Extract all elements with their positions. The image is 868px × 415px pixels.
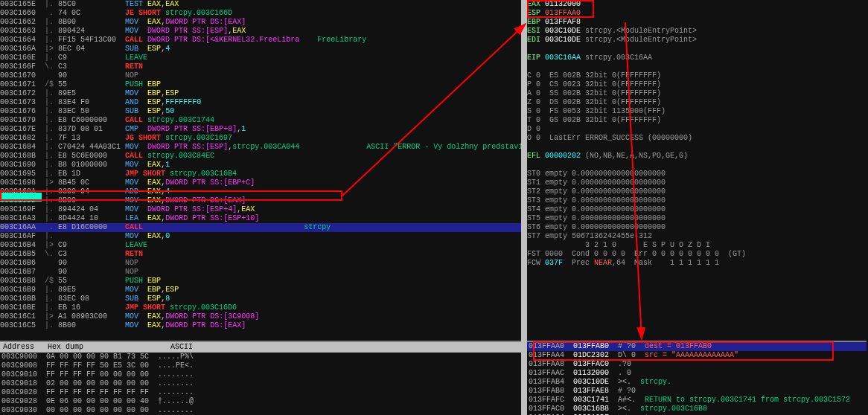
disasm-row[interactable]: 003C165E |. 85C0 TEST EAX,EAX	[0, 0, 521, 9]
dump-row[interactable]: 003C9000 0A 00 00 00 90 B1 73 5C .....P%…	[0, 353, 521, 361]
disasm-row[interactable]: 003C1672 |. 89E5 MOV EBP,ESP	[0, 89, 521, 98]
stack-row[interactable]: 013FFAAC 01132000 . 0	[527, 369, 867, 378]
disasm-row[interactable]: 003C166E |. C9 LEAVE	[0, 54, 521, 62]
disasm-row[interactable]: 003C1673 |. 83E4 F0 AND ESP,FFFFFFF0	[0, 98, 521, 107]
disasm-row[interactable]: 003C16AF |. MOV EAX,0	[0, 232, 521, 241]
flag-row: D 0	[527, 125, 867, 134]
disasm-row[interactable]: 003C16C1 |> A1 08903C00 MOV EAX,DWORD PT…	[0, 312, 521, 321]
disasm-row[interactable]: 003C1684 |. C70424 44A03C1 MOV DWORD PTR…	[0, 143, 521, 152]
disasm-row[interactable]: 003C16A3 |. 8D4424 10 LEA EAX,DWORD PTR …	[0, 214, 521, 223]
disasm-row[interactable]: 003C1662 |. 8B00 MOV EAX,DWORD PTR DS:[E…	[0, 18, 521, 27]
disasm-row[interactable]: 003C1670 90 NOP	[0, 71, 521, 80]
vertical-divider[interactable]	[521, 0, 527, 415]
flag-row: A 0 SS 002B 32bit 0(FFFFFFFF)	[527, 89, 867, 98]
fpu-st-row: ST2 empty 0.0000000000000000000	[527, 187, 867, 196]
disasm-row[interactable]: 003C1698 |> 8B45 0C MOV EAX,DWORD PTR SS…	[0, 178, 521, 187]
disasm-row[interactable]: 003C16B4 |> C9 LEAVE	[0, 241, 521, 250]
disasm-row[interactable]: 003C16BE |. EB 16 JMP SHORT strcpy.003C1…	[0, 303, 521, 312]
reg-eip-comment: strcpy.003C16AA	[585, 54, 652, 62]
disasm-row[interactable]: 003C1671 /$ 55 PUSH EBP	[0, 80, 521, 89]
disasm-row[interactable]: 003C16B9 |. 89E5 MOV EBP,ESP	[0, 286, 521, 295]
reg-eip: 003C16AA	[545, 54, 581, 62]
disasm-row[interactable]: 003C1660 . 74 0C JE SHORT strcpy.003C166…	[0, 9, 521, 18]
disasm-row[interactable]: 003C1682 |. 7F 13 JG SHORT strcpy.003C16…	[0, 134, 521, 143]
dump-row[interactable]: 003C9020 FF FF FF FF FF FF FF FF .......…	[0, 388, 521, 397]
stack-row[interactable]: 013FFAA8 013FFAC0 .?0	[527, 360, 867, 369]
disasm-row[interactable]: 003C1690 |. B8 01000000 MOV EAX,1	[0, 161, 521, 170]
disasm-row[interactable]: 003C1664 |. FF15 54F13C00 CALL DWORD PTR…	[0, 36, 521, 45]
disasm-row[interactable]: 003C16AA . E8 D16C0000 CALL strcpy	[0, 223, 521, 232]
flag-row: O 0 LastErr ERROR_SUCCESS (00000000)	[527, 134, 867, 143]
flag-row: T 0 GS 002B 32bit 0(FFFFFFFF)	[527, 116, 867, 125]
disasm-row[interactable]: 003C16B8 /$ 55 PUSH EBP	[0, 277, 521, 286]
reg-efl: 00000202	[545, 152, 581, 160]
disasm-row[interactable]: 003C166F \. C3 RETN	[0, 62, 521, 71]
disasm-row[interactable]: 003C169F |. 894424 04 MOV DWORD PTR SS:[…	[0, 205, 521, 214]
dump-header: AddressHex dumpASCII	[0, 342, 521, 353]
flag-row: P 0 CS 0023 32bit 0(FFFFFFFF)	[527, 80, 867, 89]
fpu-st-row: ST3 empty 0.0000000000000000000	[527, 196, 867, 205]
fpu-st-row: ST0 empty 0.0000000000000000000	[527, 170, 867, 178]
disasm-row[interactable]: 003C1679 |. E8 C6000000 CALL strcpy.003C…	[0, 116, 521, 125]
fpu-header: 3 2 1 0 E S P U O Z D I	[527, 241, 867, 250]
disasm-row[interactable]: 003C1663 |. 890424 MOV DWORD PTR SS:[ESP…	[0, 27, 521, 36]
disasm-row[interactable]: 003C169D |. 8B00 MOV EAX,DWORD PTR DS:[E…	[0, 196, 521, 205]
reg-edi-comment: strcpy.<ModuleEntryPoint>	[585, 36, 697, 44]
flag-row: Z 0 DS 002B 32bit 0(FFFFFFFF)	[527, 98, 867, 107]
stack-row[interactable]: 013FFAA0 013FFAB0 # ?0 dest = 013FFAB0	[527, 342, 867, 351]
stack-panel[interactable]: 013FFAA0 013FFAB0 # ?0 dest = 013FFAB001…	[527, 341, 867, 415]
disasm-row[interactable]: 003C167E |. 837D 08 01 CMP DWORD PTR SS:…	[0, 125, 521, 134]
stack-row[interactable]: 013FFAC0 003C16B8 ><. strcpy.003C16B8	[527, 405, 867, 414]
fpu-st-row: ST4 empty 0.0000000000000000000	[527, 205, 867, 214]
disasm-row[interactable]: 003C1695 |. EB 1D JMP SHORT strcpy.003C1…	[0, 170, 521, 178]
disasm-row[interactable]: 003C16B6 90 NOP	[0, 259, 521, 268]
disasm-row[interactable]: 003C16B5 \. C3 RETN	[0, 250, 521, 259]
reg-ebp: 013FFAF8	[545, 18, 581, 26]
registers-panel[interactable]: EAX 01132000 ESP 013FFAA0 EBP 013FFAF8 E…	[527, 0, 867, 341]
disasm-row[interactable]: 003C16BB |. 83EC 08 SUB ESP,8	[0, 295, 521, 303]
dump-row[interactable]: 003C9028 0E 06 00 00 00 00 00 40 †......…	[0, 397, 521, 406]
dump-row[interactable]: 003C9010 FF FF FF FF 00 00 00 00 .......…	[0, 370, 521, 379]
disasm-row[interactable]: 003C16B7 90 NOP	[0, 268, 521, 277]
disasm-row[interactable]: 003C16C5 |. 8B00 MOV EAX,DWORD PTR DS:[E…	[0, 321, 521, 329]
disasm-row[interactable]: 003C168B |. E8 5C6E0000 CALL strcpy.003C…	[0, 152, 521, 161]
reg-esi: 003C10DE	[545, 27, 581, 35]
dump-row[interactable]: 003C9008 FF FF FF FF 50 E5 3C 00 ....PE<…	[0, 361, 521, 370]
hex-dump-panel[interactable]: AddressHex dumpASCII 003C9000 0A 00 00 0…	[0, 341, 521, 415]
reg-eax: 01132000	[545, 0, 581, 8]
disasm-row[interactable]: 003C166A |> 8EC 04 SUB ESP,4	[0, 45, 521, 54]
reg-esp: 013FFAA0	[545, 9, 581, 17]
stack-row[interactable]: 013FFAA4 01DC2302 D\ 0 src = "AAAAAAAAAA…	[527, 351, 867, 360]
disassembly-panel[interactable]: 003C165E |. 85C0 TEST EAX,EAX003C1660 . …	[0, 0, 521, 329]
fpu-st-row: ST6 empty 0.0000000000000000000	[527, 223, 867, 232]
fpu-st-row: ST1 empty 0.0000000000000000000	[527, 178, 867, 187]
reg-fst: FST 0000 Cond 0 0 0 0 Err 0 0 0 0 0 0 0 …	[527, 250, 867, 259]
dump-row[interactable]: 003C9030 00 00 00 00 00 00 00 00 .......…	[0, 406, 521, 415]
flag-row: C 0 ES 002B 32bit 0(FFFFFFFF)	[527, 71, 867, 80]
reg-esi-comment: strcpy.<ModuleEntryPoint>	[585, 27, 697, 35]
dump-row[interactable]: 003C9018 02 00 00 00 00 00 00 00 .......…	[0, 379, 521, 388]
stack-row[interactable]: 013FFAB4 003C10DE ><. strcpy.	[527, 378, 867, 387]
reg-edi: 003C10DE	[545, 36, 581, 44]
fpu-st-row: ST5 empty 0.0000000000000000000	[527, 214, 867, 223]
flag-row: S 0 FS 0053 32bit 1135000(FFF)	[527, 107, 867, 116]
stack-row[interactable]: 013FFAFC 003C1741 A#<. RETURN to strcpy.…	[527, 396, 867, 405]
eip-margin-marker	[0, 193, 42, 202]
disasm-row[interactable]: 003C169A |. 83C0 04 ADD EAX,4	[0, 187, 521, 196]
fpu-st-row: ST7 empty 5067136242455e-312	[527, 232, 867, 241]
stack-row[interactable]: 013FFAB8 013FFAE8 # ?0	[527, 387, 867, 396]
reg-efl-comment: (NO,NB,NE,A,NS,PO,GE,G)	[585, 152, 688, 160]
disasm-row[interactable]: 003C1676 |. 83EC 50 SUB ESP,50	[0, 107, 521, 116]
